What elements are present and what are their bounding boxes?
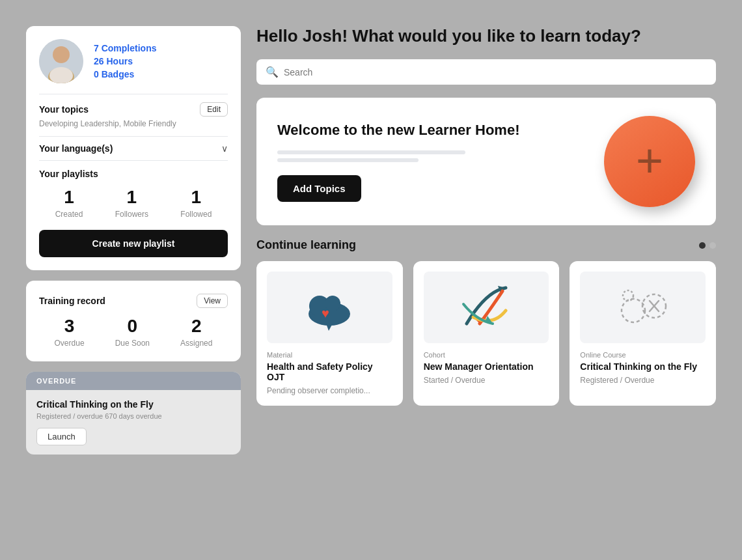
created-label: Created xyxy=(55,210,83,219)
course-status-2: Started / Overdue xyxy=(424,376,549,385)
assigned-label: Assigned xyxy=(180,339,212,348)
svg-marker-8 xyxy=(326,324,333,331)
dot-active xyxy=(699,242,706,249)
add-topics-button[interactable]: Add Topics xyxy=(277,175,361,202)
due-soon-label: Due Soon xyxy=(115,339,150,348)
hours-label: Hours xyxy=(106,56,132,66)
svg-text:♥: ♥ xyxy=(322,306,329,320)
overdue-card: OVERDUE Critical Thinking on the Fly Reg… xyxy=(26,372,241,455)
course-status-1: Pending observer completio... xyxy=(267,386,392,395)
course-card-img-2 xyxy=(424,272,549,343)
course-card-img-3 xyxy=(580,272,706,343)
course-card-1[interactable]: ♥ Material Health and Safety Policy OJT … xyxy=(256,261,403,406)
due-soon-number: 0 xyxy=(115,316,150,337)
overdue-item-title: Critical Thinking on the Fly xyxy=(36,399,230,410)
welcome-banner: Welcome to the new Learner Home! Add Top… xyxy=(256,98,716,225)
welcome-line-2 xyxy=(277,158,419,162)
divider xyxy=(39,94,228,94)
training-card: Training record View 3 Overdue 0 Due Soo… xyxy=(26,281,241,361)
overdue-training-count: 3 Overdue xyxy=(55,316,85,348)
completions-label: Completions xyxy=(102,43,157,53)
course-card-2[interactable]: Cohort New Manager Orientation Started /… xyxy=(413,261,560,406)
course-name-1: Health and Safety Policy OJT xyxy=(267,361,392,382)
svg-point-12 xyxy=(622,299,645,322)
topics-section: Your topics Edit Developing Leadership, … xyxy=(39,102,228,128)
created-number: 1 xyxy=(55,187,83,208)
created-count: 1 Created xyxy=(55,187,83,219)
welcome-text: Welcome to the new Learner Home! Add Top… xyxy=(277,121,591,202)
chevron-down-icon: ∨ xyxy=(221,143,228,154)
courses-row: ♥ Material Health and Safety Policy OJT … xyxy=(256,261,716,406)
overdue-number: 3 xyxy=(55,316,85,337)
avatar xyxy=(39,39,83,83)
search-input[interactable] xyxy=(284,67,707,77)
view-training-button[interactable]: View xyxy=(197,294,228,308)
main-content: Hello Josh! What would you like to learn… xyxy=(256,26,716,406)
badges-label: Badges xyxy=(102,69,135,79)
course-card-img-1: ♥ xyxy=(267,272,392,343)
pagination-dots xyxy=(699,242,716,249)
course-type-2: Cohort xyxy=(424,351,549,359)
training-header: Training record View xyxy=(39,294,228,308)
overdue-label: Overdue xyxy=(55,339,85,348)
continue-learning-title: Continue learning xyxy=(256,238,356,252)
course-name-2: New Manager Orientation xyxy=(424,361,549,372)
badges-stat: 0 Badges xyxy=(94,69,156,79)
completions-count: 7 xyxy=(94,43,99,53)
topics-subtitle: Developing Leadership, Mobile Friendly xyxy=(39,119,228,128)
profile-top: 7 Completions 26 Hours 0 Badges xyxy=(39,39,228,83)
svg-point-3 xyxy=(49,67,73,83)
followers-number: 1 xyxy=(115,187,148,208)
overdue-content: Critical Thinking on the Fly Registered … xyxy=(26,390,241,455)
assigned-number: 2 xyxy=(180,316,212,337)
followed-count: 1 Followed xyxy=(180,187,212,219)
course-status-3: Registered / Overdue xyxy=(580,376,706,385)
welcome-line-1 xyxy=(277,150,465,154)
overdue-header: OVERDUE xyxy=(26,372,241,390)
sidebar: 7 Completions 26 Hours 0 Badges xyxy=(26,26,241,455)
followed-label: Followed xyxy=(180,210,212,219)
playlist-counts: 1 Created 1 Followers 1 Followed xyxy=(39,187,228,219)
training-counts: 3 Overdue 0 Due Soon 2 Assigned xyxy=(39,316,228,348)
hours-count: 26 xyxy=(94,56,104,66)
edit-topics-button[interactable]: Edit xyxy=(200,102,228,117)
stats-list: 7 Completions 26 Hours 0 Badges xyxy=(94,43,156,79)
badges-count: 0 xyxy=(94,69,99,79)
greeting-heading: Hello Josh! What would you like to learn… xyxy=(256,26,716,46)
dot-inactive xyxy=(709,242,716,249)
page-container: 7 Completions 26 Hours 0 Badges xyxy=(0,0,742,560)
create-playlist-button[interactable]: Create new playlist xyxy=(39,230,228,257)
hours-stat: 26 Hours xyxy=(94,56,156,66)
course-type-3: Online Course xyxy=(580,351,706,359)
launch-button[interactable]: Launch xyxy=(36,428,87,445)
continue-learning-section: Continue learning xyxy=(256,238,716,406)
welcome-lines xyxy=(277,150,591,162)
course-card-3[interactable]: Online Course Critical Thinking on the F… xyxy=(570,261,716,406)
profile-card: 7 Completions 26 Hours 0 Badges xyxy=(26,26,241,270)
course-type-1: Material xyxy=(267,351,392,359)
topics-title: Your topics xyxy=(39,104,89,115)
topics-header: Your topics Edit xyxy=(39,102,228,117)
overdue-item-sub: Registered / overdue 670 days overdue xyxy=(36,412,230,420)
course-name-3: Critical Thinking on the Fly xyxy=(580,361,706,372)
welcome-icon-area xyxy=(604,116,695,207)
playlists-section: Your playlists 1 Created 1 Followers 1 F… xyxy=(39,169,228,257)
due-soon-training-count: 0 Due Soon xyxy=(115,316,150,348)
search-icon: 🔍 xyxy=(266,66,279,78)
assigned-training-count: 2 Assigned xyxy=(180,316,212,348)
section-header: Continue learning xyxy=(256,238,716,252)
search-bar: 🔍 xyxy=(256,59,716,85)
completions-stat: 7 Completions xyxy=(94,43,156,53)
training-title: Training record xyxy=(39,296,105,306)
svg-point-1 xyxy=(53,46,70,63)
playlists-title: Your playlists xyxy=(39,169,228,179)
language-section[interactable]: Your language(s) ∨ xyxy=(39,136,228,161)
followers-label: Followers xyxy=(115,210,148,219)
followed-number: 1 xyxy=(180,187,212,208)
language-label: Your language(s) xyxy=(39,143,113,154)
welcome-title: Welcome to the new Learner Home! xyxy=(277,121,591,140)
followers-count: 1 Followers xyxy=(115,187,148,219)
plus-circle-icon xyxy=(604,116,695,207)
